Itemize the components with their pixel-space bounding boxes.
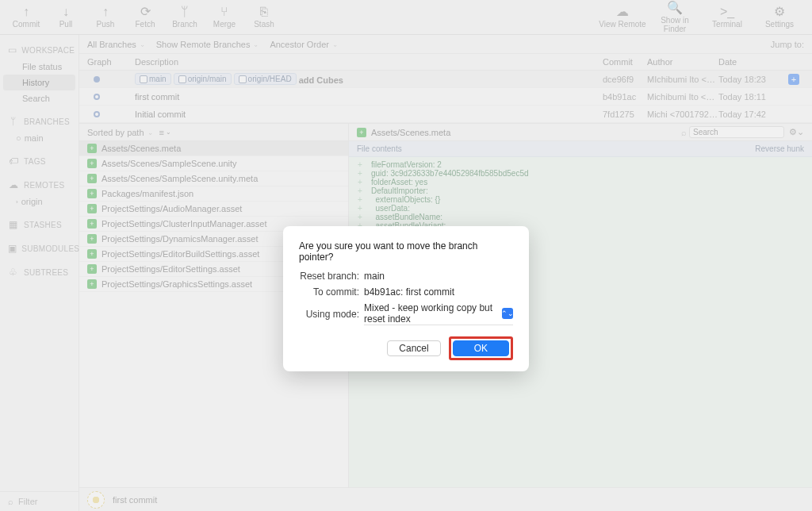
modal-title: Are you sure you want to move the branch… bbox=[299, 240, 513, 263]
ok-button[interactable]: OK bbox=[453, 340, 509, 356]
mode-label: Using mode: bbox=[299, 309, 364, 320]
mode-select[interactable]: Mixed - keep working copy but reset inde… bbox=[364, 302, 499, 325]
app-window: ↑Commit↓Pull↑Push⟳FetchᛘBranch⑂Merge⎘Sta… bbox=[0, 0, 812, 511]
cancel-button[interactable]: Cancel bbox=[387, 340, 440, 356]
to-commit-label: To commit: bbox=[299, 286, 364, 298]
reset-branch-label: Reset branch: bbox=[299, 271, 364, 282]
to-commit-value: b4b91ac: first commit bbox=[364, 286, 513, 298]
ok-button-highlight: OK bbox=[449, 336, 513, 360]
reset-branch-modal: Are you sure you want to move the branch… bbox=[283, 226, 529, 371]
reset-branch-value: main bbox=[364, 271, 513, 282]
select-caret-icon[interactable]: ⌃⌄ bbox=[502, 308, 513, 319]
